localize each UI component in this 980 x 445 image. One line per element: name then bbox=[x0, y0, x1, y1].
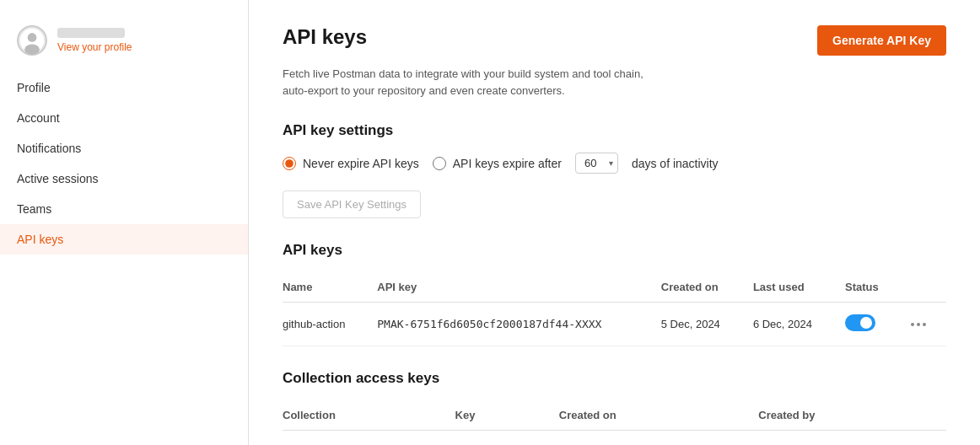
key-value: PMAK-6751f6d6050cf2000187df44-XXXX bbox=[367, 303, 650, 346]
api-key-text: PMAK-6751f6d6050cf2000187df44-XXXX bbox=[377, 318, 601, 330]
col-status: Status bbox=[835, 272, 897, 303]
collection-table-header-row: Collection Key Created on Created by bbox=[283, 400, 946, 431]
expire-after-label: API keys expire after bbox=[453, 157, 562, 170]
api-key-settings-section: API key settings Never expire API keys A… bbox=[283, 122, 946, 242]
col-key: Key bbox=[445, 400, 549, 431]
sidebar-user-info: View your profile bbox=[57, 28, 132, 53]
table-header-row: Name API key Created on Last used Status bbox=[283, 272, 946, 303]
main-header: API keys Generate API Key bbox=[283, 25, 946, 56]
inactivity-label: days of inactivity bbox=[632, 157, 719, 170]
never-expire-radio[interactable] bbox=[283, 157, 296, 170]
never-expire-option[interactable]: Never expire API keys bbox=[283, 157, 419, 170]
key-name: github-action bbox=[283, 303, 367, 346]
page-description: Fetch live Postman data to integrate wit… bbox=[283, 66, 789, 99]
expire-days-select[interactable]: 60 30 90 bbox=[575, 153, 618, 174]
dot2 bbox=[917, 323, 920, 326]
sidebar-item-api-keys[interactable]: API keys bbox=[0, 224, 248, 255]
description-line1: Fetch live Postman data to integrate wit… bbox=[283, 67, 643, 80]
collection-keys-table: Collection Key Created on Created by bbox=[283, 400, 946, 431]
avatar bbox=[17, 25, 47, 56]
col-actions bbox=[897, 272, 946, 303]
svg-point-3 bbox=[24, 44, 40, 54]
view-profile-link[interactable]: View your profile bbox=[57, 41, 132, 53]
toggle-slider bbox=[845, 314, 875, 331]
key-last-used: 6 Dec, 2024 bbox=[743, 303, 835, 346]
sidebar-item-active-sessions[interactable]: Active sessions bbox=[0, 164, 248, 194]
settings-section-title: API key settings bbox=[283, 122, 946, 139]
collection-access-keys-section: Collection access keys Collection Key Cr… bbox=[283, 370, 946, 431]
table-row: github-action PMAK-6751f6d6050cf2000187d… bbox=[283, 303, 946, 346]
col-collection: Collection bbox=[283, 400, 445, 431]
col-name: Name bbox=[283, 272, 367, 303]
expire-after-option[interactable]: API keys expire after bbox=[433, 157, 562, 170]
status-toggle[interactable] bbox=[845, 314, 875, 331]
key-actions bbox=[897, 303, 946, 346]
col-created-by: Created by bbox=[748, 400, 946, 431]
dot3 bbox=[923, 323, 926, 326]
page-title: API keys bbox=[283, 25, 367, 49]
svg-point-2 bbox=[28, 33, 37, 42]
main-content: API keys Generate API Key Fetch live Pos… bbox=[249, 0, 980, 445]
never-expire-label: Never expire API keys bbox=[303, 157, 419, 170]
expire-after-radio[interactable] bbox=[433, 157, 446, 170]
col-api-key: API key bbox=[367, 272, 650, 303]
sidebar-item-account[interactable]: Account bbox=[0, 103, 248, 133]
col-created-on: Created on bbox=[651, 272, 743, 303]
sidebar-item-profile[interactable]: Profile bbox=[0, 72, 248, 103]
generate-api-key-button[interactable]: Generate API Key bbox=[817, 25, 946, 56]
actions-menu-button[interactable] bbox=[907, 319, 936, 330]
dot1 bbox=[911, 323, 914, 326]
expire-days-dropdown-wrapper: 60 30 90 bbox=[575, 153, 618, 174]
api-keys-table: Name API key Created on Last used Status… bbox=[283, 272, 946, 346]
col-last-used: Last used bbox=[743, 272, 835, 303]
col-col-created-on: Created on bbox=[549, 400, 749, 431]
collection-keys-section-title: Collection access keys bbox=[283, 370, 946, 387]
key-created-on: 5 Dec, 2024 bbox=[651, 303, 743, 346]
username-placeholder bbox=[57, 28, 125, 38]
save-api-key-settings-button[interactable]: Save API Key Settings bbox=[283, 190, 421, 218]
key-status bbox=[835, 303, 897, 346]
api-keys-section: API keys Name API key Created on Last us… bbox=[283, 242, 946, 346]
sidebar-item-notifications[interactable]: Notifications bbox=[0, 133, 248, 164]
sidebar-item-teams[interactable]: Teams bbox=[0, 194, 248, 224]
settings-row: Never expire API keys API keys expire af… bbox=[283, 153, 946, 174]
description-line2: auto-export to your repository and even … bbox=[283, 84, 565, 97]
sidebar: View your profile Profile Account Notifi… bbox=[0, 0, 249, 445]
sidebar-user: View your profile bbox=[0, 17, 248, 72]
sidebar-nav: Profile Account Notifications Active ses… bbox=[0, 72, 248, 255]
api-keys-section-title: API keys bbox=[283, 242, 946, 259]
